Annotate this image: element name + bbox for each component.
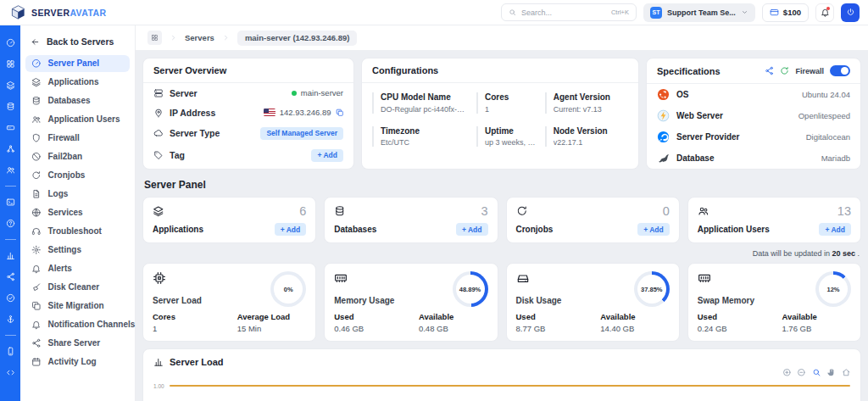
share-nodes-icon[interactable]: [0, 266, 20, 287]
count-value: 0: [663, 204, 670, 218]
count-label: Cronjobs: [516, 225, 554, 234]
credit-button[interactable]: $100: [762, 3, 809, 22]
add-tag-button[interactable]: + Add: [311, 149, 343, 162]
stat-label: Server Load: [153, 296, 202, 305]
count-label: Application Users: [698, 225, 770, 234]
stat-label: Memory Usage: [334, 296, 394, 305]
terminal-icon[interactable]: [0, 192, 20, 213]
sidebar-item-services[interactable]: Services: [25, 204, 130, 222]
dashboard-icon[interactable]: [0, 32, 20, 53]
pan-icon[interactable]: [826, 368, 836, 377]
code-icon[interactable]: [0, 362, 20, 383]
specification-row: Server Provider Digitalocean: [647, 126, 860, 148]
brand-name: SERVERAVATAR: [31, 8, 106, 18]
chevron-down-icon: [741, 8, 748, 16]
firewall-label: Firewall: [795, 67, 824, 75]
application-users-icon: [698, 205, 709, 217]
cloud-icon: [153, 128, 164, 138]
reset-home-icon[interactable]: [842, 368, 851, 377]
server-name: main-server: [301, 88, 343, 97]
brand-logo[interactable]: SERVERAVATAR: [10, 4, 106, 20]
add-button[interactable]: + Add: [637, 223, 670, 236]
credit-amount: $100: [783, 8, 801, 17]
analytics-icon[interactable]: [0, 245, 20, 266]
sidebar-item-troubleshoot[interactable]: Troubleshoot: [25, 223, 130, 241]
brand-cube-icon: [10, 4, 26, 20]
count-label: Applications: [153, 225, 203, 234]
sidebar-item-settings[interactable]: Settings: [25, 242, 130, 259]
sidebar-item-disk-cleaner[interactable]: Disk Cleaner: [25, 279, 130, 297]
zoom-in-icon[interactable]: [782, 368, 792, 377]
sidebar-item-databases[interactable]: Databases: [25, 92, 130, 110]
breadcrumb-servers[interactable]: Servers: [185, 33, 214, 42]
copy-icon[interactable]: [336, 109, 344, 117]
icon-rail: [0, 25, 20, 401]
power-icon: [846, 8, 855, 17]
add-button[interactable]: + Add: [819, 223, 851, 236]
status-dot: [292, 91, 297, 96]
usage-percent: 48.89%: [459, 286, 481, 293]
users-icon[interactable]: [0, 159, 20, 181]
sidebar-item-applications[interactable]: Applications: [25, 74, 130, 92]
specification-row: Web Server Openlitespeed: [647, 105, 860, 126]
sidebar-item-firewall[interactable]: Firewall: [25, 130, 130, 148]
notification-dot: [826, 7, 831, 11]
sidebar-item-fail2ban[interactable]: Fail2ban: [25, 148, 130, 166]
overview-row-ip: IP Address 142.93.246.89: [143, 103, 353, 122]
back-to-servers[interactable]: Back to Servers: [20, 31, 135, 53]
sidebar-item-notification-channels[interactable]: Notification Channels: [25, 316, 130, 334]
memory-icon: [334, 271, 394, 285]
swap-icon: [698, 271, 754, 285]
team-name: Support Team Se...: [667, 8, 736, 17]
sidebar-item-logs[interactable]: Logs: [25, 186, 130, 203]
databases-icon[interactable]: [0, 96, 20, 117]
sidebar-item-activity-log[interactable]: Activity Log: [25, 354, 130, 371]
breadcrumb: Servers main-server (142.93.246.89): [136, 25, 868, 50]
stat-label: Disk Usage: [516, 296, 562, 305]
location-pin-icon: [153, 108, 164, 118]
configuration-item: Node Version v22.17.1: [545, 126, 628, 148]
selection-zoom-icon[interactable]: [812, 368, 821, 377]
sidebar-item-cronjobs[interactable]: Cronjobs: [25, 167, 130, 185]
page-content: Server Overview Server main-server IP Ad…: [136, 50, 868, 401]
add-button[interactable]: + Add: [456, 223, 488, 236]
chart-plot-area[interactable]: 1.00: [153, 383, 850, 389]
sidebar-item-application-users[interactable]: Application Users: [25, 111, 130, 129]
search-icon: [509, 8, 516, 16]
storage-icon[interactable]: [0, 117, 20, 138]
y-axis-tick: 1.00: [153, 383, 164, 389]
search-input[interactable]: [521, 8, 606, 17]
search-box[interactable]: Ctrl+K: [501, 3, 637, 21]
add-button[interactable]: + Add: [275, 223, 307, 236]
server-panel-icon[interactable]: [0, 53, 20, 75]
topbar-actions: Ctrl+K ST Support Team Se... $100: [501, 3, 860, 22]
zoom-out-icon[interactable]: [797, 368, 806, 377]
databases-count-card: 3 Databases + Add: [324, 197, 498, 243]
team-selector[interactable]: ST Support Team Se...: [643, 3, 755, 22]
disk-usage-card: Disk Usage 37.85% Used Available 8.77 GB…: [506, 263, 680, 342]
breadcrumb-home-icon[interactable]: [147, 31, 162, 45]
configuration-item: Timezone Etc/UTC: [372, 126, 468, 148]
breadcrumb-current-server: main-server (142.93.246.89): [237, 31, 358, 46]
anchor-icon[interactable]: [0, 309, 20, 330]
firewall-toggle[interactable]: [830, 65, 850, 76]
sidebar-item-share-server[interactable]: Share Server: [25, 335, 130, 353]
mobile-icon[interactable]: [0, 341, 20, 362]
help-icon[interactable]: [0, 213, 20, 234]
cpu-icon: [153, 271, 202, 285]
chevron-right-icon: [170, 34, 177, 42]
share-icon[interactable]: [765, 66, 774, 75]
wallet-icon: [770, 8, 779, 17]
applications-icon[interactable]: [0, 75, 20, 96]
refresh-icon[interactable]: [780, 66, 789, 75]
server-overview-title: Server Overview: [143, 58, 353, 83]
sidebar-item-alerts[interactable]: Alerts: [25, 260, 130, 278]
sidebar-item-server-panel[interactable]: Server Panel: [25, 55, 130, 73]
count-value: 3: [481, 204, 487, 218]
status-check-icon[interactable]: [0, 287, 20, 309]
network-icon[interactable]: [0, 138, 20, 159]
server-icon: [153, 88, 164, 98]
sidebar-item-site-migration[interactable]: Site Migration: [25, 298, 130, 315]
notifications-button[interactable]: [815, 3, 834, 22]
power-button[interactable]: [841, 3, 860, 22]
